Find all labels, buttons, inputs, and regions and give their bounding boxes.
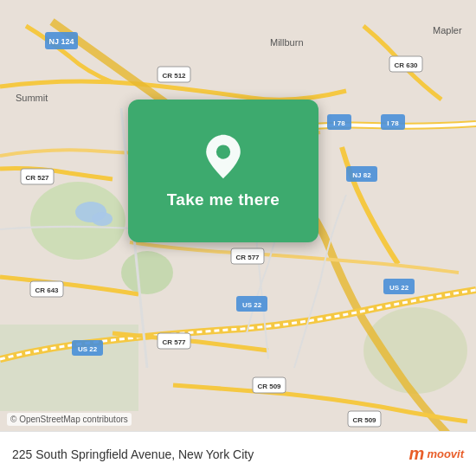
svg-text:US 22: US 22 xyxy=(242,301,262,309)
map-container: NJ 124 CR 512 CR 630 Summit Millburn I 7… xyxy=(0,0,476,476)
svg-text:CR 509: CR 509 xyxy=(257,383,281,390)
moovit-m-icon: m xyxy=(409,444,425,464)
location-pin-icon xyxy=(200,133,247,180)
moovit-logo: m moovit xyxy=(409,444,464,464)
svg-text:CR 509: CR 509 xyxy=(352,416,376,424)
svg-text:CR 577: CR 577 xyxy=(162,338,186,346)
svg-text:US 22: US 22 xyxy=(78,345,98,353)
svg-text:NJ 124: NJ 124 xyxy=(48,37,74,46)
svg-text:Mapler: Mapler xyxy=(433,25,462,35)
svg-text:CR 630: CR 630 xyxy=(394,61,418,69)
svg-text:Millburn: Millburn xyxy=(270,37,304,48)
svg-text:I 78: I 78 xyxy=(333,119,345,127)
svg-point-5 xyxy=(92,212,113,226)
svg-text:CR 643: CR 643 xyxy=(35,286,59,294)
address-text: 225 South Springfield Avenue, New York C… xyxy=(12,447,254,461)
take-me-there-button[interactable]: Take me there xyxy=(167,190,280,209)
svg-text:CR 512: CR 512 xyxy=(162,72,186,80)
svg-text:NJ 82: NJ 82 xyxy=(352,171,371,179)
location-card[interactable]: Take me there xyxy=(128,100,318,242)
svg-text:CR 577: CR 577 xyxy=(235,254,260,261)
svg-text:US 22: US 22 xyxy=(389,284,409,292)
svg-point-39 xyxy=(216,145,230,158)
svg-text:I 78: I 78 xyxy=(387,119,399,127)
svg-point-1 xyxy=(121,251,173,294)
map-attribution: © OpenStreetMap contributors xyxy=(7,413,132,426)
svg-text:CR 527: CR 527 xyxy=(25,174,49,182)
bottom-bar: 225 South Springfield Avenue, New York C… xyxy=(0,431,476,476)
moovit-word: moovit xyxy=(427,447,464,460)
svg-text:Summit: Summit xyxy=(16,93,48,103)
